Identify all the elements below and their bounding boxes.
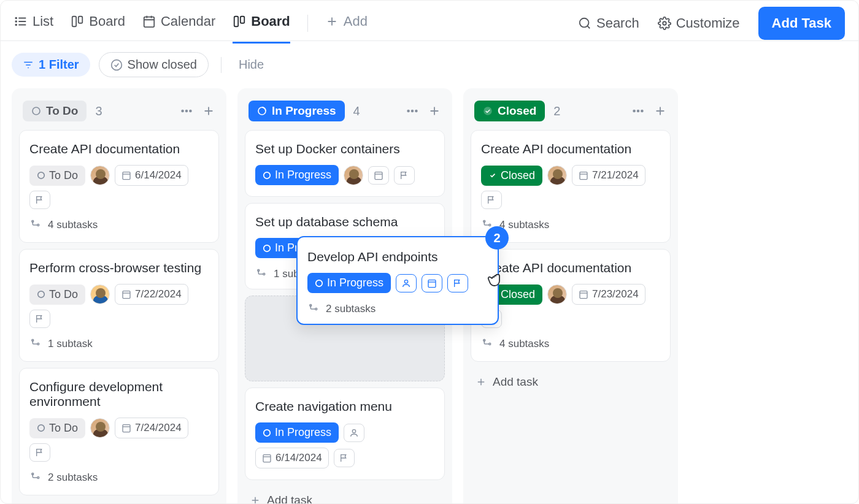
svg-point-69 bbox=[641, 110, 643, 112]
status-badge[interactable]: In Progress bbox=[255, 422, 339, 443]
add-task-column[interactable]: Add task bbox=[245, 486, 445, 504]
hide-button[interactable]: Hide bbox=[234, 58, 264, 72]
svg-rect-53 bbox=[375, 172, 382, 179]
date-field[interactable]: 7/23/2024 bbox=[572, 284, 645, 305]
svg-point-52 bbox=[264, 172, 271, 178]
avatar[interactable] bbox=[344, 166, 363, 185]
task-card[interactable]: Perform cross-browser testing To Do 7/22… bbox=[19, 249, 219, 362]
date-field[interactable] bbox=[368, 166, 389, 185]
avatar[interactable] bbox=[547, 284, 567, 304]
card-title: Create API documentation bbox=[481, 142, 660, 156]
priority-field[interactable] bbox=[334, 449, 355, 467]
tab-list[interactable]: List bbox=[14, 2, 53, 44]
add-task-column[interactable]: Add task bbox=[19, 502, 219, 504]
plus-icon[interactable] bbox=[653, 104, 667, 118]
status-badge[interactable]: In Progress bbox=[255, 165, 339, 185]
svg-point-55 bbox=[264, 245, 271, 251]
show-closed-label: Show closed bbox=[128, 58, 197, 72]
status-badge[interactable]: To Do bbox=[29, 166, 85, 186]
search-button[interactable]: Search bbox=[578, 15, 639, 31]
svg-point-66 bbox=[483, 107, 491, 115]
column-status-badge[interactable]: To Do bbox=[23, 101, 87, 121]
subtask-icon bbox=[481, 338, 492, 349]
status-badge[interactable]: To Do bbox=[29, 284, 85, 305]
task-card[interactable]: Set up Docker containers In Progress bbox=[245, 130, 445, 197]
priority-field[interactable] bbox=[29, 310, 50, 328]
tab-add-view[interactable]: Add bbox=[325, 2, 368, 44]
date-field[interactable]: 7/22/2024 bbox=[115, 284, 188, 305]
status-badge[interactable]: To Do bbox=[29, 418, 85, 438]
progress-icon bbox=[263, 429, 271, 437]
avatar[interactable] bbox=[90, 166, 110, 185]
view-tabs: List Board Calendar Board Add bbox=[14, 2, 368, 44]
date-field[interactable]: 7/24/2024 bbox=[115, 418, 188, 438]
show-closed-chip[interactable]: Show closed bbox=[99, 52, 209, 77]
subtasks-indicator[interactable]: 1 subtask bbox=[29, 338, 209, 350]
assignee-field[interactable] bbox=[344, 424, 364, 442]
task-card[interactable]: Create API documentation Closed 7/23/202… bbox=[471, 249, 671, 362]
date-field[interactable]: 6/14/2024 bbox=[115, 165, 188, 186]
date-field[interactable]: 6/14/2024 bbox=[255, 448, 329, 468]
plus-icon[interactable] bbox=[428, 104, 441, 118]
add-task-column[interactable]: Add task bbox=[471, 368, 671, 391]
date-field[interactable] bbox=[422, 274, 442, 292]
svg-point-24 bbox=[182, 110, 183, 112]
subtasks-indicator[interactable]: 4 subtasks bbox=[481, 338, 660, 350]
task-card[interactable]: Create API documentation To Do 6/14/2024… bbox=[19, 130, 219, 243]
more-icon[interactable] bbox=[631, 104, 645, 118]
card-title: Develop API endpoints bbox=[307, 250, 488, 264]
svg-point-82 bbox=[316, 280, 323, 286]
dragging-card[interactable]: 2 Develop API endpoints In Progress 2 su… bbox=[296, 236, 499, 325]
grab-cursor-icon bbox=[487, 270, 506, 289]
subtask-icon bbox=[29, 220, 40, 231]
priority-field[interactable] bbox=[394, 166, 415, 185]
circle-icon bbox=[31, 106, 41, 116]
svg-point-18 bbox=[663, 21, 666, 25]
svg-point-83 bbox=[404, 280, 407, 283]
subtasks-indicator[interactable]: 4 subtasks bbox=[481, 219, 660, 231]
subtasks-indicator[interactable]: 2 subtasks bbox=[29, 472, 209, 484]
task-card[interactable]: Create navigation menu In Progress 6/14/… bbox=[245, 388, 445, 480]
gear-icon bbox=[658, 17, 671, 30]
svg-point-3 bbox=[15, 18, 17, 19]
subtask-icon bbox=[255, 269, 266, 280]
person-icon bbox=[401, 278, 411, 288]
filter-chip[interactable]: 1 Filter bbox=[12, 53, 90, 77]
avatar[interactable] bbox=[547, 166, 567, 185]
avatar[interactable] bbox=[90, 284, 110, 304]
tab-board-alt[interactable]: Board bbox=[71, 2, 125, 44]
more-icon[interactable] bbox=[180, 104, 193, 118]
card-title: Set up Docker containers bbox=[255, 142, 434, 156]
more-icon[interactable] bbox=[406, 104, 419, 118]
search-icon bbox=[578, 17, 591, 30]
assignee-field[interactable] bbox=[396, 274, 417, 292]
subtasks-indicator[interactable]: 2 subtasks bbox=[307, 303, 488, 315]
column-status-badge[interactable]: In Progress bbox=[248, 101, 345, 121]
svg-point-75 bbox=[489, 224, 491, 226]
status-badge[interactable]: Closed bbox=[481, 166, 542, 186]
status-badge[interactable]: In Progress bbox=[307, 273, 391, 293]
column-status-badge[interactable]: Closed bbox=[474, 101, 545, 121]
tab-label: Board bbox=[251, 13, 290, 29]
plus-icon[interactable] bbox=[202, 104, 215, 118]
column-title: In Progress bbox=[272, 104, 336, 118]
subtasks-indicator[interactable]: 4 subtasks bbox=[29, 219, 209, 231]
add-task-button[interactable]: Add Task bbox=[758, 7, 845, 40]
card-title: Create navigation menu bbox=[255, 399, 434, 414]
svg-point-33 bbox=[37, 224, 39, 226]
priority-field[interactable] bbox=[29, 443, 50, 462]
flag-icon bbox=[399, 170, 409, 180]
card-title: Set up database schema bbox=[255, 215, 434, 229]
date-field[interactable]: 7/21/2024 bbox=[572, 165, 645, 186]
tab-board-active[interactable]: Board bbox=[233, 2, 290, 44]
task-card[interactable]: Create API documentation Closed 7/21/202… bbox=[471, 130, 671, 243]
customize-button[interactable]: Customize bbox=[658, 15, 740, 31]
priority-field[interactable] bbox=[447, 274, 468, 292]
priority-field[interactable] bbox=[29, 191, 50, 209]
svg-rect-84 bbox=[428, 280, 436, 287]
priority-field[interactable] bbox=[481, 191, 502, 209]
avatar[interactable] bbox=[90, 418, 110, 438]
tab-calendar[interactable]: Calendar bbox=[142, 2, 215, 44]
check-icon bbox=[488, 171, 497, 180]
task-card[interactable]: Configure development environment To Do … bbox=[19, 368, 219, 495]
